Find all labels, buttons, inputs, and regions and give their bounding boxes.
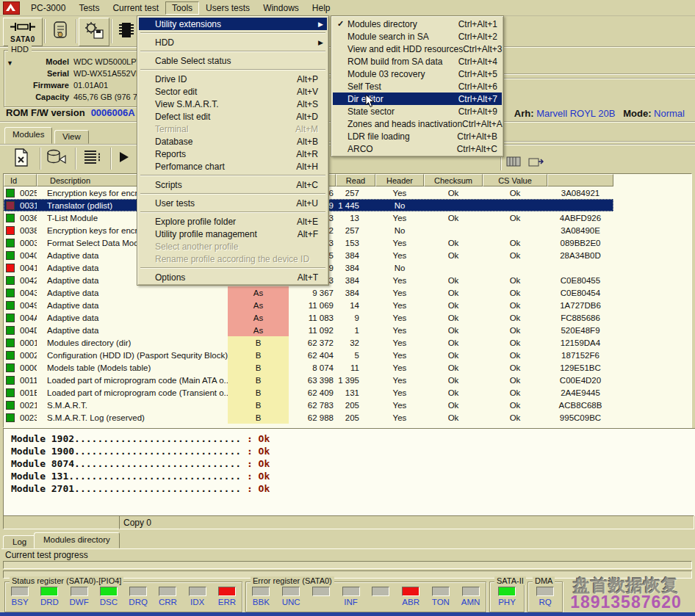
menu-item-database[interactable]: DatabaseAlt+B bbox=[139, 135, 327, 148]
utility-settings-button[interactable] bbox=[79, 18, 109, 46]
table-row-0049[interactable]: 0049Adaptive dataAs11 06914YesOkOk1A727D… bbox=[4, 299, 691, 311]
menu-item-modules-directory[interactable]: ✓Modules directoryCtrl+Alt+1 bbox=[333, 18, 502, 30]
table-row-0023[interactable]: 0023S.M.A.R.T. Log (reserved)B62 988205Y… bbox=[4, 411, 691, 424]
export-module-button[interactable] bbox=[43, 146, 71, 171]
module-status-square bbox=[6, 251, 15, 260]
tab-modules-directory[interactable]: Modules directory bbox=[34, 532, 120, 548]
menu-pc-3000[interactable]: PC-3000 bbox=[24, 1, 72, 15]
table-row-0043[interactable]: 0043Adaptive dataAs9 367384YesOkOkC0E804… bbox=[4, 286, 691, 299]
menu-item-terminal[interactable]: TerminalAlt+M bbox=[139, 123, 327, 135]
menu-item-perfomance-chart[interactable]: Perfomance chartAlt+H bbox=[139, 160, 327, 173]
menu-item-select-another-profile[interactable]: Select another profile bbox=[139, 240, 327, 253]
menu-item-zones-and-heads-inactivation[interactable]: Zones and heads inactivationCtrl+Alt+A bbox=[333, 117, 502, 130]
module-list-button[interactable] bbox=[78, 146, 106, 171]
column-header-item[interactable] bbox=[547, 174, 613, 186]
table-row-000C[interactable]: 000CModels table (Models table)B8 07411Y… bbox=[4, 361, 691, 374]
led-err: ERR bbox=[215, 587, 240, 607]
menu-item-module-search-in-sa[interactable]: Module search in SACtrl+Alt+2 bbox=[333, 30, 502, 43]
menu-item-rename-profile-according-the-device-id[interactable]: Rename profile according the device ID bbox=[139, 253, 327, 265]
table-row-004A[interactable]: 004AAdaptive dataAs11 0839YesOkOkFC88568… bbox=[4, 311, 691, 324]
table-row-0001[interactable]: 0001Modules directory (dir)B62 37232YesO… bbox=[4, 336, 691, 349]
tab-view[interactable]: View bbox=[54, 130, 89, 144]
menu-help[interactable]: Help bbox=[306, 1, 337, 15]
cell-read: Yes bbox=[375, 399, 424, 411]
cell-read: Yes bbox=[375, 411, 424, 424]
table-row-0036[interactable]: 0036T-List Module313YesOkOk4ABFD926 bbox=[4, 211, 691, 224]
loader-tool-button[interactable] bbox=[525, 155, 546, 171]
column-header-checksum[interactable]: Checksum bbox=[424, 174, 483, 186]
cell-description: S.M.A.R.T. bbox=[37, 399, 228, 411]
rom-tool-button[interactable] bbox=[503, 155, 524, 171]
menu-item-drive-id[interactable]: Drive IDAlt+P bbox=[139, 73, 327, 85]
column-header-header[interactable]: Header bbox=[375, 174, 424, 186]
column-header-cs-value[interactable]: CS Value bbox=[483, 174, 547, 186]
table-row-0021[interactable]: 0021S.M.A.R.T.B62 783205YesOkOkACB8C68B bbox=[4, 399, 691, 411]
new-module-icon bbox=[12, 148, 31, 170]
cell-filler bbox=[613, 236, 691, 249]
report-button[interactable] bbox=[47, 18, 73, 45]
hdd-dropdown-arrow[interactable]: ▼ bbox=[7, 59, 13, 67]
test-log-panel[interactable]: Module 1902.............................… bbox=[3, 428, 695, 516]
new-module-button[interactable] bbox=[7, 146, 35, 171]
cell-cs-value: 187152F6 bbox=[547, 349, 613, 361]
menu-item-options[interactable]: OptionsAlt+T bbox=[139, 271, 327, 283]
cell-header: Ok bbox=[424, 274, 483, 286]
menu-item-ldr-file-loading[interactable]: LDR file loadingCtrl+Alt+B bbox=[333, 130, 502, 142]
table-row-0042[interactable]: 0042Adaptive data3384YesOkOkC0E80455 bbox=[4, 274, 691, 286]
table-row-0038[interactable]: 0038Encryption keys for encri2257No3A084… bbox=[4, 224, 691, 236]
menu-item-rom-build-from-sa-data[interactable]: ROM build from SA dataCtrl+Alt+4 bbox=[333, 55, 502, 68]
cell-header bbox=[424, 261, 483, 274]
menu-windows[interactable]: Windows bbox=[256, 1, 306, 15]
tab-log[interactable]: Log bbox=[3, 535, 36, 548]
menu-item-reports[interactable]: ReportsAlt+R bbox=[139, 148, 327, 160]
menu-item-self-test[interactable]: Self TestCtrl+Alt+6 bbox=[333, 80, 502, 93]
cell-checksum: Ok bbox=[483, 374, 547, 386]
menu-item-view-s-m-a-r-t[interactable]: View S.M.A.R.T.Alt+S bbox=[139, 98, 327, 110]
menu-item-arco[interactable]: ARCOCtrl+Alt+C bbox=[333, 142, 502, 155]
menu-item-label: Options bbox=[155, 272, 185, 283]
menu-item-hdd[interactable]: HDD▶ bbox=[139, 36, 327, 48]
menu-item-label: Drive ID bbox=[155, 74, 187, 84]
menu-item-utility-extensions[interactable]: Utility extensions▶ bbox=[139, 18, 327, 30]
menu-item-module-03-recovery[interactable]: Module 03 recoveryCtrl+Alt+5 bbox=[333, 68, 502, 80]
led-label: DRQ bbox=[129, 598, 148, 607]
table-row-004D[interactable]: 004DAdaptive dataAs11 0921YesOkOk520E48F… bbox=[4, 324, 691, 336]
menu-item-dir-editor[interactable]: Dir editorCtrl+Alt+7 bbox=[333, 93, 502, 105]
tab-modules[interactable]: Modules bbox=[4, 127, 52, 144]
menu-item-explore-profile-folder[interactable]: Explore profile folderAlt+E bbox=[139, 215, 327, 228]
menu-item-label: Perfomance chart bbox=[155, 162, 225, 172]
menu-current-test[interactable]: Current test bbox=[106, 1, 165, 15]
led-idx: IDX bbox=[185, 587, 210, 607]
start-test-button[interactable] bbox=[113, 146, 135, 171]
led-bbk: BBK bbox=[248, 587, 273, 607]
menu-item-label: Utility profile management bbox=[155, 229, 257, 239]
table-row-0041[interactable]: 0041Adaptive data9384No bbox=[4, 261, 691, 274]
table-row-0031[interactable]: 0031Translator (pdlist)91 445No bbox=[4, 199, 691, 211]
menu-item-cable-select-status[interactable]: Cable Select status bbox=[139, 54, 327, 67]
table-row-0025[interactable]: 0025Encryption keys for encri6257YesOkOk… bbox=[4, 186, 691, 199]
menu-item-sector-edit[interactable]: Sector editAlt+V bbox=[139, 85, 327, 98]
chip-button[interactable] bbox=[114, 18, 139, 45]
column-header-id[interactable]: Id bbox=[4, 174, 37, 186]
menu-item-view-and-edit-hdd-resources[interactable]: View and edit HDD resourcesCtrl+Alt+3 bbox=[333, 43, 502, 55]
menu-item-state-sector[interactable]: State sectorCtrl+Alt+9 bbox=[333, 105, 502, 117]
table-row-001B[interactable]: 001BLoaded part of microprogram code (Tr… bbox=[4, 386, 691, 399]
table-row-0011[interactable]: 0011Loaded part of microprogram code (Ma… bbox=[4, 374, 691, 386]
menu-item-label: Database bbox=[155, 137, 192, 147]
cell-checksum bbox=[483, 261, 547, 274]
cell-cs-value: 4ABFD926 bbox=[547, 211, 613, 224]
table-row-0040[interactable]: 0040Adaptive data5384YesOkOk28A34B0D bbox=[4, 249, 691, 261]
table-row-0003[interactable]: 0003Format Select Data Modu3153YesOkOk08… bbox=[4, 236, 691, 249]
menu-item-scripts[interactable]: ScriptsAlt+C bbox=[139, 178, 327, 191]
menu-item-user-tests[interactable]: User testsAlt+U bbox=[139, 197, 327, 209]
menu-users-tests[interactable]: Users tests bbox=[199, 1, 256, 15]
cell-filler bbox=[613, 249, 691, 261]
column-header-read[interactable]: Read bbox=[336, 174, 375, 186]
menu-tools[interactable]: Tools bbox=[165, 1, 199, 15]
menu-item-defect-list-edit[interactable]: Defect list editAlt+D bbox=[139, 110, 327, 123]
table-row-0002[interactable]: 0002Configuration (HDD ID) (Pasport Sequ… bbox=[4, 349, 691, 361]
cell-checksum: Ok bbox=[483, 349, 547, 361]
sata0-port-button[interactable]: SATA0 bbox=[3, 18, 43, 46]
menu-tests[interactable]: Tests bbox=[72, 1, 106, 15]
menu-item-utility-profile-management[interactable]: Utility profile managementAlt+F bbox=[139, 228, 327, 240]
